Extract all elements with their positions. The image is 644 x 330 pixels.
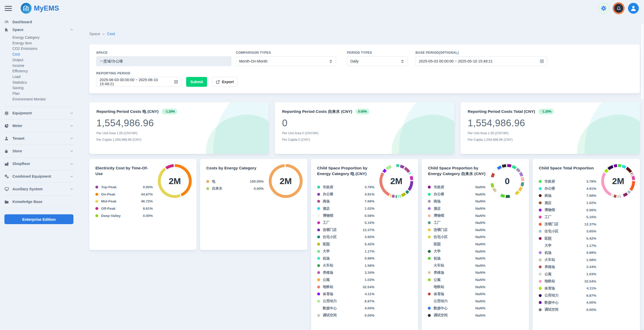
legend-item[interactable]: 电100.00% bbox=[206, 178, 264, 185]
legend-item[interactable]: 公用动力NaN% bbox=[428, 298, 485, 305]
legend-item[interactable]: 医院5.42% bbox=[317, 241, 375, 248]
sidebar-item-store[interactable]: Store bbox=[4, 147, 73, 155]
page-scrollbar[interactable] bbox=[641, 23, 644, 99]
sidebar-item-co2-emissions[interactable]: CO2 Emissions bbox=[12, 46, 73, 52]
sidebar-item-plan[interactable]: Plan bbox=[12, 91, 73, 97]
legend-item[interactable]: 博物馆0.56% bbox=[539, 206, 596, 214]
legend-item[interactable]: 地铁站NaN% bbox=[428, 283, 485, 290]
legend-item[interactable]: 体育场4.11% bbox=[539, 285, 596, 292]
myems-logo[interactable]: MyEMS bbox=[21, 3, 59, 14]
legend-item[interactable]: Top-Peak0.00% bbox=[95, 184, 153, 191]
sidebar-item-meter[interactable]: Meter bbox=[4, 122, 73, 130]
sidebar-item-combined-equipment[interactable]: Combined Equipment bbox=[4, 172, 73, 180]
legend-item[interactable]: 调试空间0.00% bbox=[317, 312, 375, 319]
legend-item[interactable]: 大学1.17% bbox=[317, 248, 375, 255]
base-period-input[interactable]: 2025-05-03 00:00:00 ~ 2025-05-10 15:49:2… bbox=[415, 56, 547, 66]
legend-item[interactable]: 公用动力6.87% bbox=[317, 298, 375, 305]
legend-item[interactable]: 公寓1.03% bbox=[317, 276, 375, 284]
breadcrumb-space[interactable]: Space bbox=[89, 32, 100, 36]
legend-item[interactable]: 住宅小区3.65% bbox=[539, 228, 596, 235]
legend-item[interactable]: 工厂NaN% bbox=[428, 219, 485, 226]
legend-item[interactable]: 住宅小区NaN% bbox=[428, 233, 485, 241]
legend-item[interactable]: 博物馆NaN% bbox=[428, 212, 485, 219]
legend-item[interactable]: 火车站NaN% bbox=[428, 262, 485, 269]
period-types-select[interactable]: Daily bbox=[347, 56, 408, 66]
legend-item[interactable]: 商场7.68% bbox=[317, 198, 375, 205]
legend-item[interactable]: 酒店1.02% bbox=[317, 205, 375, 212]
legend-item[interactable]: 养殖场3.34% bbox=[317, 269, 375, 276]
enterprise-edition-button[interactable]: Enterprise Edition bbox=[4, 214, 73, 224]
sidebar-item-equipment[interactable]: Equipment bbox=[4, 109, 73, 117]
legend-item[interactable]: 市政府3.78% bbox=[539, 178, 596, 185]
sidebar-item-statistics[interactable]: Statistics bbox=[12, 80, 73, 85]
legend-item[interactable]: 火车站1.58% bbox=[539, 256, 596, 264]
legend-item[interactable]: 机场0.89% bbox=[539, 249, 596, 256]
notifications-button[interactable] bbox=[613, 2, 625, 14]
submit-button[interactable]: Submit bbox=[186, 77, 207, 87]
sidebar-item-saving[interactable]: Saving bbox=[12, 85, 73, 91]
sidebar-item-knowledge-base[interactable]: Knowledge Base bbox=[4, 198, 73, 206]
legend-item[interactable]: 数据中心4.00% bbox=[317, 305, 375, 312]
calendar-icon[interactable] bbox=[174, 80, 178, 84]
export-button[interactable]: Export bbox=[212, 77, 238, 87]
legend-item[interactable]: 酒店NaN% bbox=[428, 205, 485, 212]
legend-item[interactable]: 大学1.17% bbox=[539, 242, 596, 249]
legend-item[interactable]: 数据中心NaN% bbox=[428, 305, 485, 312]
sidebar-item-energy-item[interactable]: Energy Item bbox=[12, 41, 73, 46]
sidebar-item-efficiency[interactable]: Efficiency bbox=[12, 68, 73, 74]
legend-item[interactable]: Off-Peak8.61% bbox=[95, 205, 153, 212]
legend-item[interactable]: 市政府3.78% bbox=[317, 184, 375, 191]
legend-item[interactable]: 数据中心4.00% bbox=[539, 299, 596, 306]
sidebar-item-load[interactable]: Load bbox=[12, 74, 73, 80]
legend-item[interactable]: 体育场4.11% bbox=[317, 290, 375, 298]
legend-item[interactable]: 办公楼4.91% bbox=[539, 185, 596, 192]
legend-item[interactable]: 机场0.89% bbox=[317, 255, 375, 262]
reporting-period-input[interactable]: 2025-06-03 00:00:00 ~ 2025-06-10 15:49:2… bbox=[96, 77, 181, 87]
legend-item[interactable]: 连锁门店NaN% bbox=[428, 226, 485, 234]
legend-item[interactable]: 地铁站32.54% bbox=[539, 278, 596, 285]
calendar-icon[interactable] bbox=[540, 59, 544, 63]
legend-item[interactable]: 自来水0.00% bbox=[206, 185, 264, 192]
legend-item[interactable]: On-Peak44.67% bbox=[95, 191, 153, 198]
legend-item[interactable]: 公寓NaN% bbox=[428, 276, 485, 284]
sidebar-item-space[interactable]: Space bbox=[4, 26, 73, 34]
legend-item[interactable]: 公寓1.03% bbox=[539, 271, 596, 278]
legend-item[interactable]: 商场7.68% bbox=[539, 192, 596, 199]
sidebar-item-output[interactable]: Output bbox=[12, 57, 73, 63]
legend-item[interactable]: 调试空间0.00% bbox=[539, 306, 596, 313]
sidebar-item-energy-category[interactable]: Energy Category bbox=[12, 35, 73, 41]
legend-item[interactable]: 火车站1.58% bbox=[317, 262, 375, 269]
legend-item[interactable]: 工厂5.10% bbox=[539, 214, 596, 221]
sidebar-item-shopfloor[interactable]: Shopfloor bbox=[4, 160, 73, 168]
comparison-types-select[interactable]: Month-On-Month bbox=[236, 56, 336, 66]
legend-item[interactable]: 医院5.42% bbox=[539, 235, 596, 242]
legend-item[interactable]: 公用动力6.87% bbox=[539, 292, 596, 299]
user-account-button[interactable] bbox=[628, 3, 639, 14]
legend-item[interactable]: 医院NaN% bbox=[428, 241, 485, 248]
legend-item[interactable]: 博物馆0.56% bbox=[317, 212, 375, 219]
legend-item[interactable]: 商场NaN% bbox=[428, 198, 485, 205]
settings-button[interactable] bbox=[598, 3, 609, 14]
sidebar-item-income[interactable]: Income bbox=[12, 63, 73, 69]
sidebar-item-environment-monitor[interactable]: Environment Monitor bbox=[12, 97, 73, 102]
sidebar-item-dashboard[interactable]: Dashboard bbox=[4, 18, 73, 26]
legend-item[interactable]: 工厂5.10% bbox=[317, 219, 375, 226]
legend-item[interactable]: 体育场NaN% bbox=[428, 290, 485, 298]
legend-item[interactable]: Mid-Peak46.72% bbox=[95, 198, 153, 205]
legend-item[interactable]: 办公楼NaN% bbox=[428, 191, 485, 198]
breadcrumb-cost[interactable]: Cost bbox=[107, 32, 115, 36]
legend-item[interactable]: 连锁门店12.37% bbox=[539, 221, 596, 228]
sidebar-item-cost[interactable]: Cost bbox=[12, 52, 73, 57]
legend-item[interactable]: 连锁门店12.37% bbox=[317, 226, 375, 234]
legend-item[interactable]: 地铁站32.54% bbox=[317, 283, 375, 290]
legend-item[interactable]: 机场NaN% bbox=[428, 255, 485, 262]
sidebar-item-tenant[interactable]: Tenant bbox=[4, 135, 73, 142]
legend-item[interactable]: 住宅小区3.65% bbox=[317, 233, 375, 241]
legend-item[interactable]: 养殖场3.34% bbox=[539, 263, 596, 271]
legend-item[interactable]: Deep-Valley0.00% bbox=[95, 212, 153, 219]
legend-item[interactable]: 大学NaN% bbox=[428, 248, 485, 255]
legend-item[interactable]: 办公楼4.91% bbox=[317, 191, 375, 198]
legend-item[interactable]: 市政府NaN% bbox=[428, 184, 485, 191]
legend-item[interactable]: 酒店1.02% bbox=[539, 199, 596, 207]
space-input[interactable]: 一度城/办公楼 bbox=[96, 56, 231, 66]
